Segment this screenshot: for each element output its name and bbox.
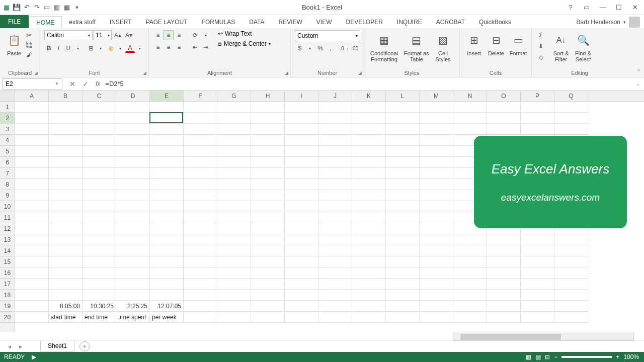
row-header[interactable]: 20 (0, 312, 15, 323)
align-bot-icon[interactable]: ≡ (174, 30, 184, 40)
insert-button[interactable]: ⊞Insert (464, 30, 484, 57)
cell[interactable] (386, 113, 420, 124)
column-header[interactable]: B (49, 90, 83, 101)
column-header[interactable]: O (487, 90, 521, 101)
cell[interactable] (420, 212, 453, 223)
cell[interactable] (49, 124, 83, 135)
cell[interactable] (521, 312, 554, 323)
cell[interactable] (386, 290, 420, 301)
cell[interactable] (217, 146, 251, 157)
grow-font-icon[interactable]: A▴ (113, 30, 123, 40)
cell[interactable] (285, 201, 318, 212)
qat-icon[interactable]: ▦ (62, 3, 71, 12)
cell[interactable] (116, 290, 150, 301)
cell[interactable] (150, 190, 184, 201)
cell[interactable] (554, 124, 588, 135)
cell[interactable] (15, 201, 49, 212)
cell[interactable] (352, 168, 386, 179)
cell[interactable] (49, 135, 83, 146)
cell[interactable] (49, 290, 83, 301)
cell[interactable] (184, 157, 217, 168)
column-header[interactable]: A (15, 90, 49, 101)
wrap-text-button[interactable]: ↩Wrap Text (218, 30, 271, 37)
sheet-nav-next-icon[interactable]: ▸ (19, 343, 22, 350)
tab-developer[interactable]: DEVELOPER (339, 16, 389, 28)
cell[interactable] (453, 245, 487, 256)
cell[interactable] (15, 146, 49, 157)
cell[interactable] (521, 234, 554, 245)
cell[interactable] (116, 179, 150, 190)
cell[interactable] (83, 279, 116, 290)
merge-center-button[interactable]: ⧈Merge & Center▾ (218, 40, 271, 47)
italic-button[interactable]: I (54, 43, 63, 53)
cell[interactable] (184, 223, 217, 234)
align-top-icon[interactable]: ≡ (153, 30, 163, 40)
cell[interactable] (453, 301, 487, 312)
cell[interactable] (184, 256, 217, 267)
row-header[interactable]: 9 (0, 190, 15, 201)
cell[interactable] (453, 113, 487, 124)
cell[interactable] (420, 179, 453, 190)
cell[interactable] (217, 135, 251, 146)
cell[interactable] (217, 234, 251, 245)
cell[interactable] (386, 168, 420, 179)
cell[interactable] (15, 168, 49, 179)
cell[interactable] (116, 201, 150, 212)
cell[interactable] (386, 245, 420, 256)
font-size-select[interactable]: 11▾ (94, 30, 112, 40)
cell[interactable] (521, 279, 554, 290)
number-format-select[interactable]: Custom▾ (295, 30, 360, 41)
cell[interactable] (15, 279, 49, 290)
save-icon[interactable]: 💾 (12, 3, 21, 12)
cell[interactable] (352, 267, 386, 279)
copy-icon[interactable]: ⿻ (26, 41, 33, 49)
cell[interactable] (217, 301, 251, 312)
column-header[interactable]: M (420, 90, 453, 101)
conditional-formatting-button[interactable]: ▦Conditional Formatting (368, 30, 400, 63)
cell[interactable] (116, 267, 150, 279)
cell[interactable] (217, 290, 251, 301)
cell[interactable] (217, 201, 251, 212)
cell[interactable] (487, 301, 521, 312)
cell[interactable] (285, 256, 318, 267)
select-all-button[interactable] (0, 90, 15, 101)
cell[interactable] (251, 301, 285, 312)
cell[interactable] (217, 102, 251, 113)
cell[interactable] (318, 113, 352, 124)
cell[interactable] (318, 168, 352, 179)
cell[interactable] (352, 124, 386, 135)
cell[interactable] (251, 267, 285, 279)
cell[interactable] (150, 212, 184, 223)
cell[interactable] (184, 102, 217, 113)
ribbon-options-icon[interactable]: ▭ (580, 2, 594, 13)
cell[interactable] (285, 124, 318, 135)
cell[interactable] (318, 179, 352, 190)
cell[interactable] (554, 301, 588, 312)
cell[interactable]: per week (150, 312, 184, 323)
cell[interactable] (285, 223, 318, 234)
cell[interactable] (15, 135, 49, 146)
cell[interactable] (318, 212, 352, 223)
cell[interactable] (150, 146, 184, 157)
cell[interactable] (318, 157, 352, 168)
cell[interactable] (49, 168, 83, 179)
cell[interactable] (116, 279, 150, 290)
column-header[interactable]: E (150, 90, 184, 101)
cell[interactable] (116, 212, 150, 223)
cell[interactable] (420, 267, 453, 279)
cell[interactable] (83, 135, 116, 146)
undo-icon[interactable]: ↶ (22, 3, 31, 12)
cell[interactable] (386, 135, 420, 146)
align-right-icon[interactable]: ≡ (174, 42, 184, 52)
cell[interactable] (251, 179, 285, 190)
dec-decimal-icon[interactable]: .00 (350, 43, 360, 53)
cell[interactable] (15, 212, 49, 223)
zoom-in-icon[interactable]: + (616, 353, 619, 360)
cell[interactable] (49, 245, 83, 256)
maximize-icon[interactable]: ☐ (612, 2, 626, 13)
cell[interactable] (116, 223, 150, 234)
cell[interactable] (453, 267, 487, 279)
fill-color-icon[interactable]: ◍ (106, 43, 115, 53)
cell[interactable] (217, 190, 251, 201)
cell[interactable] (554, 290, 588, 301)
